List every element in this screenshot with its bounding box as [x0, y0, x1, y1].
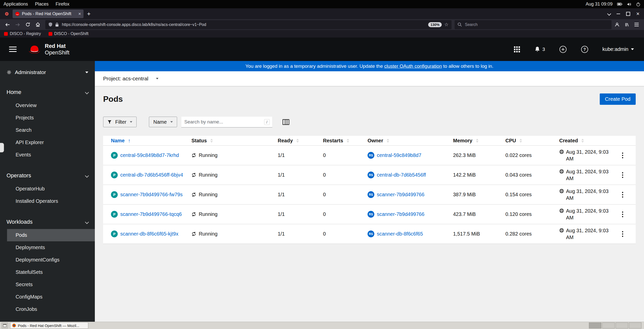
- lock-icon[interactable]: [55, 22, 59, 27]
- sidebar-item-api-explorer[interactable]: API Explorer: [0, 136, 95, 149]
- column-header-name[interactable]: Name ↑: [103, 138, 184, 144]
- sidebar-item-projects[interactable]: Projects: [0, 112, 95, 124]
- running-sync-icon: [191, 212, 196, 217]
- places-menu[interactable]: Places: [31, 0, 52, 8]
- show-desktop-button[interactable]: [2, 322, 8, 328]
- browser-search-input[interactable]: [464, 22, 609, 27]
- workspace-1[interactable]: [589, 322, 601, 328]
- sidebar-item-secrets[interactable]: Secrets: [0, 278, 95, 291]
- sidebar-item-search[interactable]: Search: [0, 124, 95, 136]
- row-kebab-menu-button[interactable]: [619, 171, 626, 180]
- oauth-config-link[interactable]: cluster OAuth configuration: [384, 63, 442, 69]
- window-maximize-button[interactable]: [626, 12, 630, 16]
- create-pod-button[interactable]: Create Pod: [600, 93, 636, 105]
- owner-replicaset-link[interactable]: central-db-7d6b5456ff: [377, 172, 426, 178]
- pod-name-link[interactable]: scanner-7b9d499766-tqcq6: [120, 211, 182, 217]
- owner-replicaset-link[interactable]: scanner-7b9d499766: [377, 192, 424, 198]
- sidebar-section-home[interactable]: Home: [0, 85, 95, 99]
- library-icon[interactable]: [625, 22, 629, 27]
- workspace-2[interactable]: [602, 322, 615, 328]
- new-tab-button[interactable]: +: [87, 10, 91, 17]
- sidebar-item-cronjobs[interactable]: CronJobs: [0, 303, 95, 315]
- tracking-shield-icon[interactable]: [48, 22, 53, 27]
- perspective-icon: [7, 70, 12, 75]
- pod-name-link[interactable]: central-db-7d6b5456ff-6bjv4: [120, 172, 183, 178]
- owner-replicaset-link[interactable]: scanner-db-8f6c6f65: [377, 231, 423, 237]
- firefox-view-icon[interactable]: [3, 10, 11, 18]
- column-header-ready[interactable]: Ready: [270, 138, 315, 144]
- reload-button[interactable]: [23, 20, 32, 29]
- taskbar-firefox-window[interactable]: Pods - Red Hat OpenShift — Mozil...: [10, 322, 88, 329]
- sidebar-item-statefulsets[interactable]: StatefulSets: [0, 266, 95, 278]
- url-input[interactable]: [61, 22, 426, 27]
- workspace-4[interactable]: [629, 322, 641, 328]
- import-plus-icon[interactable]: [559, 46, 567, 53]
- owner-replicaset-link[interactable]: central-59c849b8d7: [377, 152, 421, 158]
- search-attribute-dropdown[interactable]: Name: [149, 117, 177, 127]
- browser-tab[interactable]: Pods - Red Hat OpenShift ×: [13, 10, 84, 18]
- volume-icon[interactable]: [627, 2, 631, 6]
- column-header-restarts[interactable]: Restarts: [315, 138, 360, 144]
- row-kebab-menu-button[interactable]: [619, 190, 626, 199]
- url-bar[interactable]: 130% ☆: [45, 20, 452, 29]
- column-header-cpu[interactable]: CPU: [498, 138, 551, 144]
- sidebar-section-operators[interactable]: Operators: [0, 169, 95, 183]
- notifications-button[interactable]: 3: [534, 46, 545, 52]
- sidebar-item-installed-operators[interactable]: Installed Operators: [0, 195, 95, 207]
- back-button[interactable]: [3, 20, 12, 29]
- drawer-handle[interactable]: [0, 143, 4, 152]
- sidebar-item-operatorhub[interactable]: OperatorHub: [0, 183, 95, 195]
- sidebar-item-deploymentconfigs[interactable]: DeploymentConfigs: [0, 254, 95, 266]
- column-header-memory[interactable]: Memory: [445, 138, 498, 144]
- row-kebab-menu-button[interactable]: [619, 210, 626, 219]
- forward-button[interactable]: [13, 20, 22, 29]
- manage-columns-button[interactable]: [281, 118, 290, 126]
- sidebar-item-events[interactable]: Events: [0, 149, 95, 161]
- window-close-button[interactable]: ×: [636, 11, 639, 17]
- sidebar-section-workloads[interactable]: Workloads: [0, 215, 95, 229]
- sidebar-item-configmaps[interactable]: ConfigMaps: [0, 291, 95, 303]
- pod-name-link[interactable]: central-59c849b8d7-7krhd: [120, 152, 179, 158]
- pod-name-cell: P scanner-db-8f6c6f65-kjt9x: [103, 231, 184, 237]
- column-header-owner[interactable]: Owner: [360, 138, 445, 144]
- zoom-level-badge[interactable]: 130%: [428, 22, 442, 27]
- bookmark-disco-registry[interactable]: DISCO - Registry: [4, 31, 41, 36]
- nav-toggle-hamburger-icon[interactable]: [9, 47, 17, 52]
- column-header-created[interactable]: Created: [551, 138, 612, 144]
- browser-search-bar[interactable]: [455, 20, 612, 29]
- perspective-switcher[interactable]: Administrator: [0, 61, 95, 84]
- pod-name-link[interactable]: scanner-7b9d499766-fw79s: [120, 192, 183, 198]
- pod-name-link[interactable]: scanner-db-8f6c6f65-kjt9x: [120, 231, 178, 237]
- app-launcher-grid-icon[interactable]: [514, 46, 520, 53]
- power-icon[interactable]: [636, 2, 640, 7]
- bookmark-star-icon[interactable]: ☆: [444, 22, 449, 27]
- window-minimize-button[interactable]: [617, 14, 620, 14]
- tab-title: Pods - Red Hat OpenShift: [22, 11, 76, 16]
- project-selector[interactable]: Project: acs-central: [95, 71, 644, 86]
- redhat-openshift-logo[interactable]: Red Hat OpenShift: [28, 43, 69, 56]
- list-all-tabs-chevron-icon[interactable]: [607, 12, 611, 16]
- account-icon[interactable]: [615, 22, 620, 27]
- row-kebab-menu-button[interactable]: [619, 229, 626, 239]
- workspace-3[interactable]: [616, 322, 628, 328]
- name-search-field[interactable]: /: [181, 116, 272, 127]
- user-menu[interactable]: kube:admin: [602, 46, 634, 52]
- owner-replicaset-link[interactable]: scanner-7b9d499766: [377, 211, 424, 217]
- pod-actions-cell: [612, 229, 636, 239]
- home-button[interactable]: [33, 20, 42, 29]
- tab-close-icon[interactable]: ×: [78, 11, 81, 17]
- help-icon[interactable]: ?: [581, 46, 588, 53]
- name-search-input[interactable]: [184, 119, 262, 125]
- sidebar-item-deployments[interactable]: Deployments: [0, 241, 95, 254]
- app-menu-icon[interactable]: [634, 23, 639, 26]
- sidebar-item-overview[interactable]: Overview: [0, 99, 95, 112]
- column-header-status[interactable]: Status: [184, 138, 270, 144]
- bookmark-disco-openshift[interactable]: DISCO - OpenShift: [49, 31, 89, 36]
- clock[interactable]: Aug 31 09:09: [586, 2, 613, 7]
- applications-menu[interactable]: Applications: [0, 0, 31, 8]
- firefox-appmenu[interactable]: Firefox: [52, 0, 73, 8]
- sidebar-item-pods[interactable]: Pods: [0, 229, 95, 241]
- battery-icon[interactable]: [617, 3, 622, 6]
- filter-dropdown[interactable]: Filter: [103, 117, 137, 127]
- row-kebab-menu-button[interactable]: [619, 151, 626, 160]
